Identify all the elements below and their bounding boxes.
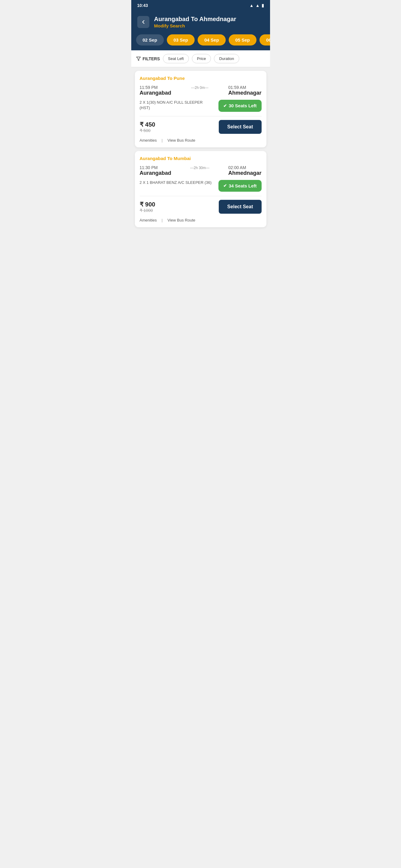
duration-0: ---2h 0m--- <box>174 85 226 90</box>
arrival-block-1: 02:00 AM Ahmednagar <box>228 165 261 176</box>
seats-badge-0: ✔ 30 Seats Left <box>219 100 262 112</box>
route-label-1: Aurangabad To Mumbai <box>140 156 262 161</box>
arrival-time-0: 01:59 AM <box>228 85 261 90</box>
filters-label: FILTERS <box>136 56 160 61</box>
price-action-row-1: ₹ 900 ₹ 1000 Select Seat <box>140 200 262 214</box>
seats-left-1: 34 Seats Left <box>229 183 257 189</box>
bus-type-0: 2 X 1(30) NON A/C FULL SLEEPER (HST) <box>140 100 213 111</box>
filters-bar: FILTERS Seat Left Price Duration <box>131 50 270 67</box>
amenities-link-0[interactable]: Amenities <box>140 138 157 143</box>
seats-badge-1: ✔ 34 Seats Left <box>219 180 262 192</box>
bus-type-1: 2 X 1 BHARAT BENZ A/C SLEEPER (36) <box>140 180 212 185</box>
timing-row-0: 11:59 PM Aurangabad ---2h 0m--- 01:59 AM… <box>140 85 262 96</box>
arrival-time-1: 02:00 AM <box>228 165 261 170</box>
date-tab-2[interactable]: 04 Sep <box>198 34 225 45</box>
depart-city-0: Aurangabad <box>140 90 171 96</box>
modify-search-link[interactable]: Modify Search <box>154 23 236 28</box>
arrival-city-1: Ahmednagar <box>228 170 261 176</box>
separator-0: | <box>162 138 163 143</box>
original-price-1: ₹ 1000 <box>140 208 155 213</box>
date-tab-4[interactable]: 06 S <box>259 34 270 45</box>
arrival-city-0: Ahmednagar <box>228 90 261 96</box>
select-seat-button-0[interactable]: Select Seat <box>219 120 261 134</box>
bus-card-1: Aurangabad To Mumbai 11:30 PM Aurangabad… <box>135 151 266 227</box>
filters-text: FILTERS <box>143 56 160 61</box>
view-route-link-1[interactable]: View Bus Route <box>168 218 195 222</box>
price-block-1: ₹ 900 ₹ 1000 <box>140 201 155 213</box>
view-route-link-0[interactable]: View Bus Route <box>168 138 195 143</box>
depart-block-0: 11:59 PM Aurangabad <box>140 85 171 96</box>
date-tab-1[interactable]: 03 Sep <box>167 34 195 45</box>
filter-price[interactable]: Price <box>192 54 211 63</box>
filter-icon <box>136 56 141 61</box>
amenities-row-0: Amenities | View Bus Route <box>140 138 262 143</box>
route-label-0: Aurangabad To Pune <box>140 76 262 81</box>
depart-time-0: 11:59 PM <box>140 85 171 90</box>
depart-city-1: Aurangabad <box>140 170 171 176</box>
check-icon-0: ✔ <box>223 103 227 108</box>
svg-marker-0 <box>136 57 140 61</box>
current-price-1: ₹ 900 <box>140 201 155 208</box>
date-tabs-container: 02 Sep 03 Sep 04 Sep 05 Sep 06 S <box>131 34 270 50</box>
status-time: 10:43 <box>137 3 148 8</box>
filter-seat-left[interactable]: Seat Left <box>163 54 189 63</box>
status-icons: ▲ ▲ ▮ <box>250 3 264 8</box>
status-bar: 10:43 ▲ ▲ ▮ <box>131 0 270 11</box>
current-price-0: ₹ 450 <box>140 121 155 128</box>
date-tab-0[interactable]: 02 Sep <box>136 34 164 45</box>
separator-1: | <box>162 218 163 222</box>
date-tab-3[interactable]: 05 Sep <box>229 34 256 45</box>
depart-block-1: 11:30 PM Aurangabad <box>140 165 171 176</box>
timing-row-1: 11:30 PM Aurangabad ---2h 30m--- 02:00 A… <box>140 165 262 176</box>
header-text: Aurangabad To Ahmednagar Modify Search <box>154 16 236 28</box>
price-action-row-0: ₹ 450 ₹ 500 Select Seat <box>140 120 262 134</box>
check-icon-1: ✔ <box>223 183 227 188</box>
divider-0 <box>140 116 262 116</box>
header: Aurangabad To Ahmednagar Modify Search <box>131 11 270 34</box>
depart-time-1: 11:30 PM <box>140 165 171 170</box>
amenities-link-1[interactable]: Amenities <box>140 218 157 222</box>
back-button[interactable] <box>137 16 149 28</box>
original-price-0: ₹ 500 <box>140 128 155 133</box>
seats-left-0: 30 Seats Left <box>229 103 257 109</box>
signal-icon: ▲ <box>250 3 254 8</box>
duration-1: ---2h 30m--- <box>174 165 226 170</box>
page-title: Aurangabad To Ahmednagar <box>154 16 236 23</box>
divider-1 <box>140 196 262 196</box>
arrival-block-0: 01:59 AM Ahmednagar <box>228 85 261 96</box>
price-block-0: ₹ 450 ₹ 500 <box>140 121 155 133</box>
bus-card-0: Aurangabad To Pune 11:59 PM Aurangabad -… <box>135 71 266 147</box>
filter-duration[interactable]: Duration <box>214 54 239 63</box>
bus-info-row-1: 2 X 1 BHARAT BENZ A/C SLEEPER (36) ✔ 34 … <box>140 180 262 192</box>
select-seat-button-1[interactable]: Select Seat <box>219 200 261 214</box>
bus-info-row-0: 2 X 1(30) NON A/C FULL SLEEPER (HST) ✔ 3… <box>140 100 262 112</box>
amenities-row-1: Amenities | View Bus Route <box>140 218 262 222</box>
battery-icon: ▮ <box>262 3 264 8</box>
wifi-icon: ▲ <box>256 3 260 8</box>
